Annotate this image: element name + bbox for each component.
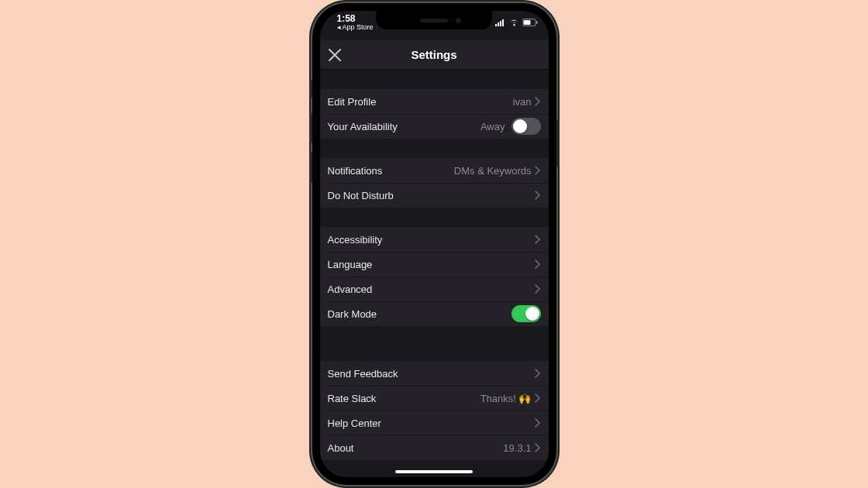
screen: 1:58 ◂ App Store Settings Edit Profile i… [320, 11, 549, 477]
volume-down [309, 152, 312, 183]
volume-up [309, 112, 312, 143]
svg-rect-6 [536, 21, 538, 24]
chevron-right-icon [535, 393, 541, 403]
svg-rect-2 [500, 21, 501, 26]
row-accessibility[interactable]: Accessibility [320, 227, 549, 252]
row-language[interactable]: Language [320, 252, 549, 277]
chevron-right-icon [535, 418, 541, 428]
notch [376, 11, 492, 29]
chevron-right-icon [535, 235, 541, 244]
chevron-right-icon [535, 369, 541, 378]
mute-switch [309, 80, 312, 98]
row-label: Advanced [328, 284, 535, 295]
row-value: 19.3.1 [503, 442, 531, 454]
row-label: Dark Mode [328, 308, 512, 320]
wifi-icon [509, 19, 519, 26]
row-rate-slack[interactable]: Rate Slack Thanks! 🙌 [320, 386, 549, 411]
row-edit-profile[interactable]: Edit Profile ivan [320, 89, 549, 114]
row-label: Rate Slack [328, 393, 480, 404]
nav-bar: Settings [320, 40, 549, 70]
row-advanced[interactable]: Advanced [320, 277, 549, 301]
row-label: About [328, 442, 504, 454]
svg-rect-5 [523, 20, 530, 25]
row-label: Accessibility [328, 234, 535, 246]
chevron-right-icon [535, 97, 541, 106]
row-label: Notifications [328, 165, 454, 177]
chevron-right-icon [535, 284, 541, 294]
row-about[interactable]: About 19.3.1 [320, 435, 549, 460]
settings-list: Edit Profile ivan Your Availability Away… [320, 70, 549, 460]
row-label: Edit Profile [328, 96, 513, 108]
row-dark-mode[interactable]: Dark Mode [320, 301, 549, 326]
row-label: Do Not Disturb [328, 190, 535, 201]
row-help-center[interactable]: Help Center [320, 411, 549, 435]
chevron-right-icon [535, 259, 541, 269]
chevron-right-icon [535, 166, 541, 175]
home-indicator[interactable] [395, 470, 473, 473]
row-send-feedback[interactable]: Send Feedback [320, 361, 549, 386]
chevron-right-icon [535, 443, 541, 452]
row-value: Thanks! 🙌 [480, 393, 532, 404]
row-value: DMs & Keywords [454, 165, 532, 177]
svg-rect-0 [495, 24, 497, 26]
row-value: ivan [513, 96, 532, 108]
row-label: Send Feedback [328, 368, 535, 380]
back-to-app-store[interactable]: ◂ App Store [337, 24, 374, 32]
power-button [556, 119, 560, 167]
dark-mode-toggle[interactable] [512, 305, 541, 322]
phone-frame: 1:58 ◂ App Store Settings Edit Profile i… [312, 3, 556, 485]
row-do-not-disturb[interactable]: Do Not Disturb [320, 183, 549, 208]
row-label: Language [328, 259, 535, 270]
close-icon[interactable] [326, 46, 343, 64]
page-title: Settings [411, 48, 456, 61]
row-your-availability[interactable]: Your Availability Away [320, 114, 549, 139]
signal-icon [495, 19, 506, 26]
availability-toggle[interactable] [512, 118, 541, 135]
svg-rect-3 [502, 19, 504, 26]
row-label: Your Availability [328, 121, 480, 132]
svg-rect-1 [498, 22, 499, 26]
row-notifications[interactable]: Notifications DMs & Keywords [320, 158, 549, 183]
row-label: Help Center [328, 418, 535, 429]
chevron-right-icon [535, 191, 541, 200]
battery-icon [522, 19, 538, 26]
row-value: Away [480, 121, 505, 132]
